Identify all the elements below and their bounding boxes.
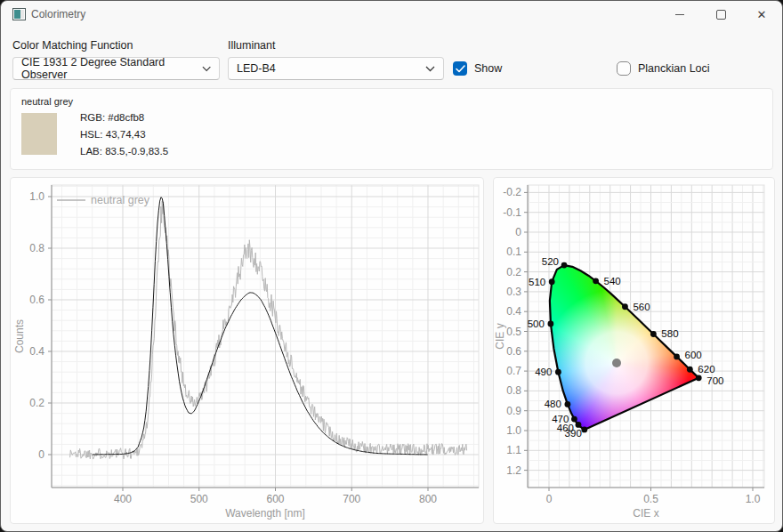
swatch-name: neutral grey: [21, 96, 73, 107]
close-icon: ✕: [757, 9, 767, 20]
illuminant-label: Illuminant: [228, 39, 276, 52]
minimize-icon: [675, 14, 684, 15]
svg-text:560: 560: [633, 302, 650, 312]
swatch-lab-value: LAB: 83.5,-0.9,83.5: [80, 146, 168, 157]
cmf-selected-value: CIE 1931 2 Degree Standard Observer: [21, 56, 202, 81]
svg-text:700: 700: [343, 493, 360, 505]
svg-text:Counts: Counts: [13, 319, 26, 353]
chromaticity-plot-panel[interactable]: 00.51.0-0.2-0.100.10.20.30.40.50.60.70.8…: [493, 177, 775, 524]
app-window: Colorimetry ✕ Color Matching Function Il…: [0, 0, 783, 532]
chevron-down-icon: [202, 66, 211, 72]
svg-text:0.8: 0.8: [29, 242, 44, 254]
svg-text:620: 620: [698, 364, 714, 375]
svg-text:0: 0: [38, 448, 44, 461]
svg-text:600: 600: [685, 350, 702, 360]
window-title: Colorimetry: [31, 8, 85, 20]
swatch-panel: neutral grey RGB: #d8cfb8 HSL: 43,74,43 …: [10, 88, 773, 170]
svg-text:480: 480: [545, 399, 561, 409]
color-swatch: [21, 113, 57, 155]
show-checkbox[interactable]: [453, 61, 467, 76]
svg-text:540: 540: [604, 276, 621, 286]
svg-text:470: 470: [552, 414, 569, 424]
minimize-button[interactable]: [659, 1, 700, 28]
svg-text:0.2: 0.2: [29, 397, 44, 409]
svg-text:400: 400: [114, 493, 132, 505]
planckian-loci-label: Planckian Loci: [638, 62, 710, 75]
illuminant-select[interactable]: LED-B4: [228, 57, 444, 80]
svg-text:Wavelength [nm]: Wavelength [nm]: [225, 507, 305, 520]
svg-text:520: 520: [542, 256, 559, 267]
svg-text:600: 600: [266, 493, 284, 505]
svg-text:700: 700: [706, 375, 723, 386]
swatch-hsl-value: HSL: 43,74,43: [80, 129, 168, 140]
app-icon: [12, 8, 26, 20]
svg-text:1.0: 1.0: [29, 190, 44, 203]
swatch-rgb-value: RGB: #d8cfb8: [80, 112, 168, 123]
maximize-button[interactable]: [700, 1, 741, 28]
svg-text:0.4: 0.4: [29, 345, 44, 358]
spectrum-canvas[interactable]: 4005006007008001.00.80.60.40.20Wavelengt…: [11, 178, 483, 523]
cmf-select[interactable]: CIE 1931 2 Degree Standard Observer: [12, 57, 220, 80]
svg-text:neutral grey: neutral grey: [91, 194, 150, 206]
chromaticity-canvas[interactable]: 3904604704804905005105205405605806006207…: [494, 178, 774, 523]
svg-text:500: 500: [528, 318, 545, 329]
svg-text:0.6: 0.6: [29, 294, 44, 306]
svg-text:490: 490: [535, 367, 552, 377]
maximize-icon: [716, 10, 726, 20]
svg-text:500: 500: [190, 493, 208, 505]
spectrum-plot-panel[interactable]: 4005006007008001.00.80.60.40.20Wavelengt…: [10, 177, 484, 524]
check-icon: [456, 65, 465, 73]
svg-text:800: 800: [419, 493, 437, 505]
show-checkbox-label: Show: [474, 62, 502, 75]
planckian-loci-checkbox[interactable]: [617, 61, 631, 76]
chevron-down-icon: [425, 66, 435, 72]
svg-text:580: 580: [661, 328, 678, 339]
svg-text:510: 510: [529, 277, 545, 287]
illuminant-selected-value: LED-B4: [237, 62, 276, 75]
titlebar: Colorimetry ✕: [1, 1, 782, 28]
svg-text:460: 460: [557, 423, 574, 433]
close-button[interactable]: ✕: [741, 1, 782, 28]
cmf-label: Color Matching Function: [12, 39, 133, 52]
